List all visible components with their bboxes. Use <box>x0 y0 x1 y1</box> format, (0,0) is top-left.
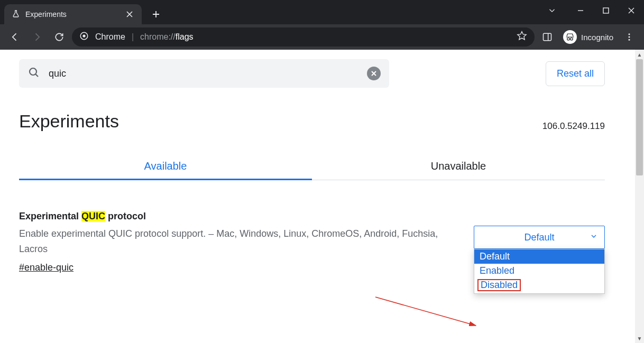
flag-select[interactable]: Default <box>474 226 605 249</box>
omnibox-separator: | <box>132 32 134 42</box>
chevron-down-icon <box>590 232 598 243</box>
browser-tab[interactable]: Experiments <box>4 4 142 24</box>
tab-search-icon[interactable] <box>539 0 565 21</box>
option-enabled[interactable]: Enabled <box>474 264 604 278</box>
scroll-up-icon[interactable]: ▲ <box>635 50 644 59</box>
address-bar[interactable]: Chrome | chrome://flags <box>72 27 535 47</box>
omnibox-origin-label: Chrome <box>95 32 125 42</box>
tab-unavailable[interactable]: Unavailable <box>312 153 605 180</box>
svg-point-2 <box>82 34 85 37</box>
tab-title: Experiments <box>25 10 119 18</box>
svg-point-4 <box>567 38 570 41</box>
flag-row: Experimental QUIC protocol Enable experi… <box>19 211 605 273</box>
scroll-down-icon[interactable]: ▼ <box>635 333 644 343</box>
forward-button[interactable] <box>27 27 47 47</box>
option-default[interactable]: Default <box>474 249 604 264</box>
flag-select-dropdown: Default Enabled Disabled <box>474 249 605 294</box>
clear-search-icon[interactable] <box>367 67 381 80</box>
search-input[interactable] <box>48 68 360 80</box>
svg-point-5 <box>571 38 573 41</box>
omnibox-url: chrome://flags <box>140 32 193 42</box>
titlebar: Experiments <box>0 0 644 24</box>
page-body: ▲ ▼ Reset all Experiments 106.0.5249.119… <box>0 50 644 343</box>
flag-title: Experimental QUIC protocol <box>19 211 458 222</box>
incognito-badge[interactable]: Incognito <box>560 30 617 44</box>
search-icon <box>27 66 40 81</box>
svg-rect-0 <box>603 8 609 13</box>
new-tab-button[interactable] <box>147 5 165 23</box>
scrollbar[interactable]: ▲ ▼ <box>635 50 644 343</box>
toolbar: Chrome | chrome://flags Incognito <box>0 24 644 50</box>
bookmark-icon[interactable] <box>517 31 527 43</box>
chrome-icon <box>79 31 89 43</box>
flag-select-value: Default <box>524 232 554 243</box>
version-label: 106.0.5249.119 <box>542 121 605 132</box>
side-panel-icon[interactable] <box>538 27 557 47</box>
flag-description: Enable experimental QUIC protocol suppor… <box>19 226 458 257</box>
back-button[interactable] <box>5 27 24 47</box>
search-box[interactable] <box>19 59 389 88</box>
svg-point-9 <box>30 68 36 75</box>
close-tab-icon[interactable] <box>125 10 134 19</box>
svg-line-10 <box>375 297 476 326</box>
flask-icon <box>12 10 20 20</box>
page-title: Experiments <box>19 111 119 132</box>
menu-button[interactable] <box>620 27 639 47</box>
option-disabled[interactable]: Disabled <box>477 279 521 291</box>
reload-button[interactable] <box>50 27 69 47</box>
svg-point-8 <box>629 39 630 41</box>
svg-point-7 <box>629 36 630 38</box>
close-window-button[interactable] <box>619 0 644 21</box>
minimize-button[interactable] <box>568 0 593 21</box>
svg-point-6 <box>629 33 630 35</box>
window-controls <box>539 0 644 21</box>
tab-available[interactable]: Available <box>19 153 312 180</box>
reset-all-button[interactable]: Reset all <box>546 61 605 86</box>
maximize-button[interactable] <box>593 0 619 21</box>
incognito-label: Incognito <box>581 33 613 42</box>
tabs: Available Unavailable <box>19 153 605 180</box>
annotation-arrow <box>370 293 486 335</box>
scroll-thumb[interactable] <box>636 59 643 175</box>
flag-hash-link[interactable]: #enable-quic <box>19 262 73 273</box>
incognito-icon <box>563 30 577 44</box>
svg-rect-3 <box>544 33 551 40</box>
